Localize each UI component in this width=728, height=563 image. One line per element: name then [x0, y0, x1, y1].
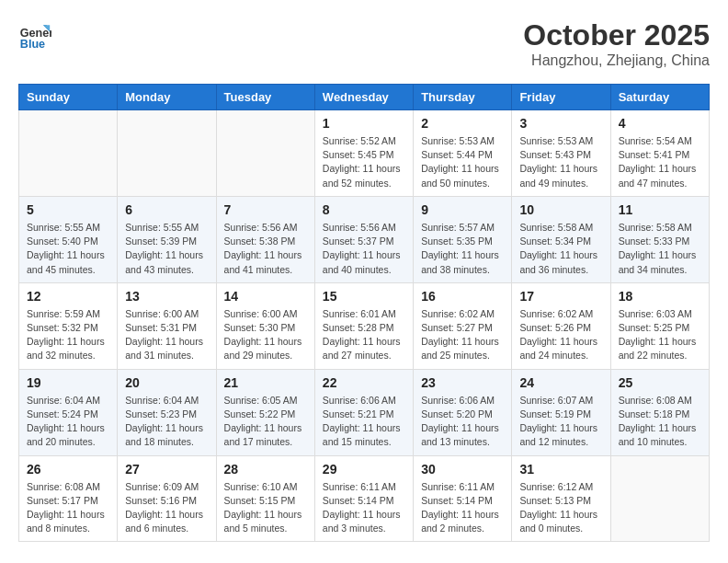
- day-info: Sunrise: 6:00 AMSunset: 5:31 PMDaylight:…: [125, 307, 208, 363]
- location-title: Hangzhou, Zhejiang, China: [523, 52, 710, 69]
- calendar-cell: 29Sunrise: 6:11 AMSunset: 5:14 PMDayligh…: [314, 455, 413, 542]
- day-number: 30: [421, 462, 504, 477]
- day-number: 13: [125, 289, 208, 304]
- calendar-cell: 26Sunrise: 6:08 AMSunset: 5:17 PMDayligh…: [19, 455, 118, 542]
- day-info: Sunrise: 6:09 AMSunset: 5:16 PMDaylight:…: [125, 480, 208, 536]
- logo: General Blue: [18, 18, 51, 52]
- calendar-table: SundayMondayTuesdayWednesdayThursdayFrid…: [18, 84, 710, 542]
- calendar-cell: 5Sunrise: 5:55 AMSunset: 5:40 PMDaylight…: [19, 196, 118, 282]
- day-number: 17: [519, 289, 602, 304]
- calendar-cell: 25Sunrise: 6:08 AMSunset: 5:18 PMDayligh…: [610, 369, 709, 455]
- calendar-cell: 12Sunrise: 5:59 AMSunset: 5:32 PMDayligh…: [19, 282, 118, 369]
- calendar-cell: 31Sunrise: 6:12 AMSunset: 5:13 PMDayligh…: [512, 455, 610, 542]
- calendar-cell: 28Sunrise: 6:10 AMSunset: 5:15 PMDayligh…: [216, 455, 314, 542]
- calendar-cell: 3Sunrise: 5:53 AMSunset: 5:43 PMDaylight…: [512, 110, 610, 197]
- day-number: 2: [421, 116, 504, 131]
- day-number: 9: [421, 202, 504, 217]
- col-header-saturday: Saturday: [610, 85, 709, 110]
- day-number: 12: [27, 289, 109, 304]
- col-header-friday: Friday: [512, 85, 610, 110]
- day-number: 26: [27, 462, 109, 477]
- day-info: Sunrise: 5:54 AMSunset: 5:41 PMDaylight:…: [619, 134, 701, 190]
- day-number: 24: [519, 375, 602, 390]
- day-number: 3: [519, 116, 602, 131]
- calendar-cell: 11Sunrise: 5:58 AMSunset: 5:33 PMDayligh…: [610, 196, 709, 282]
- calendar-cell: 7Sunrise: 5:56 AMSunset: 5:38 PMDaylight…: [216, 196, 314, 282]
- day-info: Sunrise: 5:59 AMSunset: 5:32 PMDaylight:…: [27, 307, 109, 363]
- day-info: Sunrise: 6:10 AMSunset: 5:15 PMDaylight:…: [224, 480, 307, 536]
- day-info: Sunrise: 6:11 AMSunset: 5:14 PMDaylight:…: [323, 480, 405, 536]
- day-info: Sunrise: 6:06 AMSunset: 5:21 PMDaylight:…: [323, 394, 405, 450]
- calendar-cell: 24Sunrise: 6:07 AMSunset: 5:19 PMDayligh…: [512, 369, 610, 455]
- col-header-monday: Monday: [118, 85, 216, 110]
- day-info: Sunrise: 5:56 AMSunset: 5:37 PMDaylight:…: [323, 221, 405, 277]
- calendar-cell: 6Sunrise: 5:55 AMSunset: 5:39 PMDaylight…: [118, 196, 216, 282]
- day-info: Sunrise: 6:02 AMSunset: 5:26 PMDaylight:…: [519, 307, 602, 363]
- month-title: October 2025: [523, 18, 710, 52]
- day-number: 4: [619, 116, 701, 131]
- day-info: Sunrise: 6:02 AMSunset: 5:27 PMDaylight:…: [421, 307, 504, 363]
- day-number: 19: [27, 375, 109, 390]
- day-info: Sunrise: 5:52 AMSunset: 5:45 PMDaylight:…: [323, 134, 405, 190]
- calendar-week-1: 1Sunrise: 5:52 AMSunset: 5:45 PMDaylight…: [19, 110, 710, 197]
- day-number: 22: [323, 375, 405, 390]
- calendar-cell: [118, 110, 216, 197]
- day-info: Sunrise: 6:00 AMSunset: 5:30 PMDaylight:…: [224, 307, 307, 363]
- calendar-cell: 17Sunrise: 6:02 AMSunset: 5:26 PMDayligh…: [512, 282, 610, 369]
- day-info: Sunrise: 5:57 AMSunset: 5:35 PMDaylight:…: [421, 221, 504, 277]
- day-number: 27: [125, 462, 208, 477]
- day-info: Sunrise: 6:05 AMSunset: 5:22 PMDaylight:…: [224, 394, 307, 450]
- svg-text:Blue: Blue: [20, 38, 45, 51]
- calendar-cell: 22Sunrise: 6:06 AMSunset: 5:21 PMDayligh…: [314, 369, 413, 455]
- logo-icon: General Blue: [18, 18, 51, 52]
- day-number: 21: [224, 375, 307, 390]
- calendar-cell: 10Sunrise: 5:58 AMSunset: 5:34 PMDayligh…: [512, 196, 610, 282]
- calendar-cell: [19, 110, 118, 197]
- calendar-cell: 19Sunrise: 6:04 AMSunset: 5:24 PMDayligh…: [19, 369, 118, 455]
- col-header-sunday: Sunday: [19, 85, 118, 110]
- day-info: Sunrise: 5:58 AMSunset: 5:34 PMDaylight:…: [519, 221, 602, 277]
- calendar-cell: 13Sunrise: 6:00 AMSunset: 5:31 PMDayligh…: [118, 282, 216, 369]
- day-info: Sunrise: 6:11 AMSunset: 5:14 PMDaylight:…: [421, 480, 504, 536]
- day-number: 5: [27, 202, 109, 217]
- calendar-cell: 20Sunrise: 6:04 AMSunset: 5:23 PMDayligh…: [118, 369, 216, 455]
- col-header-thursday: Thursday: [414, 85, 512, 110]
- day-number: 15: [323, 289, 405, 304]
- day-number: 14: [224, 289, 307, 304]
- calendar-cell: [610, 455, 709, 542]
- day-info: Sunrise: 6:04 AMSunset: 5:24 PMDaylight:…: [27, 394, 109, 450]
- title-block: October 2025 Hangzhou, Zhejiang, China: [523, 18, 710, 69]
- day-number: 8: [323, 202, 405, 217]
- calendar-cell: 16Sunrise: 6:02 AMSunset: 5:27 PMDayligh…: [414, 282, 512, 369]
- calendar-cell: 18Sunrise: 6:03 AMSunset: 5:25 PMDayligh…: [610, 282, 709, 369]
- calendar-week-5: 26Sunrise: 6:08 AMSunset: 5:17 PMDayligh…: [19, 455, 710, 542]
- calendar-cell: [216, 110, 314, 197]
- day-number: 6: [125, 202, 208, 217]
- calendar-header-row: SundayMondayTuesdayWednesdayThursdayFrid…: [19, 85, 710, 110]
- calendar-week-4: 19Sunrise: 6:04 AMSunset: 5:24 PMDayligh…: [19, 369, 710, 455]
- calendar-cell: 9Sunrise: 5:57 AMSunset: 5:35 PMDaylight…: [414, 196, 512, 282]
- day-info: Sunrise: 5:53 AMSunset: 5:44 PMDaylight:…: [421, 134, 504, 190]
- calendar-cell: 8Sunrise: 5:56 AMSunset: 5:37 PMDaylight…: [314, 196, 413, 282]
- col-header-wednesday: Wednesday: [314, 85, 413, 110]
- day-info: Sunrise: 6:04 AMSunset: 5:23 PMDaylight:…: [125, 394, 208, 450]
- day-info: Sunrise: 6:07 AMSunset: 5:19 PMDaylight:…: [519, 394, 602, 450]
- calendar-cell: 15Sunrise: 6:01 AMSunset: 5:28 PMDayligh…: [314, 282, 413, 369]
- day-info: Sunrise: 6:06 AMSunset: 5:20 PMDaylight:…: [421, 394, 504, 450]
- calendar-cell: 2Sunrise: 5:53 AMSunset: 5:44 PMDaylight…: [414, 110, 512, 197]
- col-header-tuesday: Tuesday: [216, 85, 314, 110]
- day-info: Sunrise: 5:55 AMSunset: 5:39 PMDaylight:…: [125, 221, 208, 277]
- day-number: 29: [323, 462, 405, 477]
- day-number: 11: [619, 202, 701, 217]
- calendar-cell: 4Sunrise: 5:54 AMSunset: 5:41 PMDaylight…: [610, 110, 709, 197]
- day-info: Sunrise: 6:03 AMSunset: 5:25 PMDaylight:…: [619, 307, 701, 363]
- calendar-week-2: 5Sunrise: 5:55 AMSunset: 5:40 PMDaylight…: [19, 196, 710, 282]
- day-number: 18: [619, 289, 701, 304]
- day-number: 23: [421, 375, 504, 390]
- day-number: 16: [421, 289, 504, 304]
- day-info: Sunrise: 5:56 AMSunset: 5:38 PMDaylight:…: [224, 221, 307, 277]
- day-number: 1: [323, 116, 405, 131]
- day-info: Sunrise: 6:01 AMSunset: 5:28 PMDaylight:…: [323, 307, 405, 363]
- day-info: Sunrise: 6:08 AMSunset: 5:17 PMDaylight:…: [27, 480, 109, 536]
- day-info: Sunrise: 5:53 AMSunset: 5:43 PMDaylight:…: [519, 134, 602, 190]
